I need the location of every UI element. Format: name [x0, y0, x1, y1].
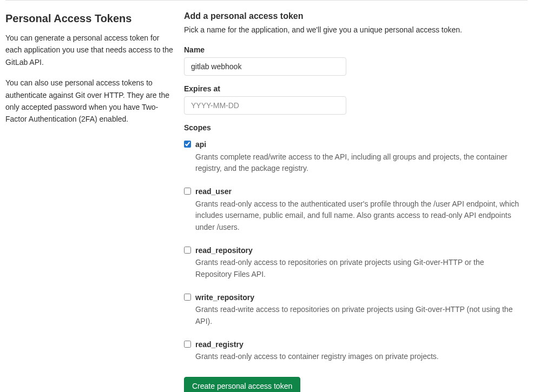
scope-desc: Grants read-only access to repositories …	[195, 257, 522, 280]
settings-sidebar: Personal Access Tokens You can generate …	[5, 11, 173, 392]
token-form: Add a personal access token Pick a name …	[184, 11, 528, 392]
scopes-list: apiGrants complete read/write access to …	[184, 139, 522, 363]
scope-name: api	[195, 139, 522, 150]
scope-desc: Grants complete read/write access to the…	[195, 151, 522, 175]
name-label: Name	[184, 45, 522, 54]
name-input[interactable]	[184, 57, 346, 76]
section-description-2: You can also use personal access tokens …	[5, 77, 173, 125]
scope-checkbox-read_user[interactable]	[184, 188, 191, 195]
scope-desc: Grants read-write access to repositories…	[195, 304, 522, 327]
scope-desc: Grants read-only access to the authentic…	[195, 198, 522, 234]
top-divider	[5, 0, 528, 1]
scopes-label: Scopes	[184, 123, 522, 132]
section-description-1: You can generate a personal access token…	[5, 32, 173, 68]
scope-item-read_user: read_userGrants read-only access to the …	[184, 187, 522, 234]
scope-item-api: apiGrants complete read/write access to …	[184, 139, 522, 175]
create-token-button[interactable]: Create personal access token	[184, 377, 300, 392]
scope-desc: Grants read-only access to container reg…	[195, 351, 522, 363]
scope-checkbox-read_repository[interactable]	[184, 247, 191, 254]
scope-checkbox-api[interactable]	[184, 141, 191, 148]
scope-name: read_user	[195, 187, 522, 197]
scope-item-read_registry: read_registryGrants read-only access to …	[184, 340, 522, 363]
scope-checkbox-read_registry[interactable]	[184, 341, 191, 348]
scope-name: read_registry	[195, 340, 522, 350]
expires-input[interactable]	[184, 96, 346, 115]
form-heading: Add a personal access token	[184, 11, 522, 21]
scope-checkbox-write_repository[interactable]	[184, 294, 191, 301]
form-subtext: Pick a name for the application, and we'…	[184, 24, 522, 36]
scope-name: read_repository	[195, 245, 522, 256]
section-title: Personal Access Tokens	[5, 11, 173, 25]
scope-name: write_repository	[195, 293, 522, 303]
expires-label: Expires at	[184, 84, 522, 93]
scope-item-read_repository: read_repositoryGrants read-only access t…	[184, 245, 522, 281]
scope-item-write_repository: write_repositoryGrants read-write access…	[184, 293, 522, 328]
